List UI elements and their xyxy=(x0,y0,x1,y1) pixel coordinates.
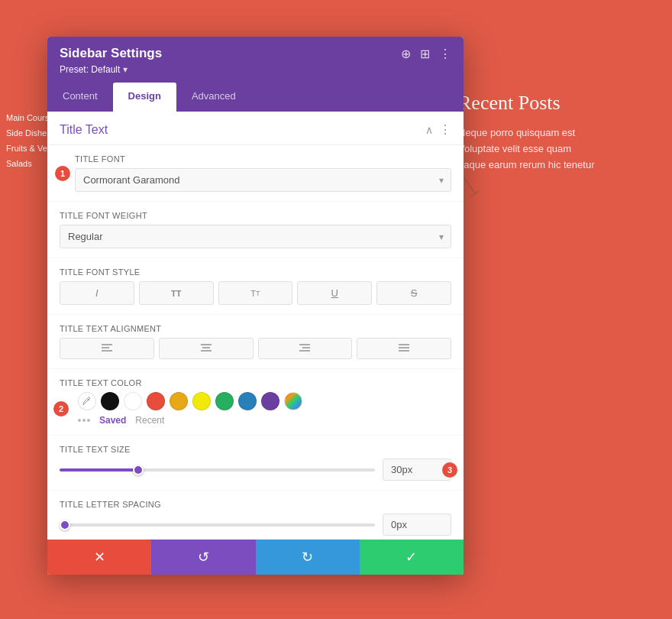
title-font-style-field: Title Font Style I TT TT U S xyxy=(47,258,464,315)
svg-rect-17 xyxy=(399,350,409,352)
title-text-color-label: Title Text Color xyxy=(60,378,451,387)
svg-rect-15 xyxy=(399,344,409,345)
modal-body: Title Text ∧ ⋮ 1 Title Font Cormorant Ga… xyxy=(47,112,464,540)
smallcaps-button[interactable]: TT xyxy=(218,281,293,305)
title-letter-spacing-thumb[interactable] xyxy=(60,520,70,530)
svg-rect-10 xyxy=(202,347,210,348)
title-letter-spacing-field: Title Letter Spacing xyxy=(47,491,464,540)
left-navigation: Main Cours… Side Dishes Fruits & Ve… Sal… xyxy=(0,107,46,174)
align-justify-button[interactable] xyxy=(357,338,451,359)
modal-header: Sidebar Settings ⊕ ⊞ ⋮ Preset: Default ▾ xyxy=(47,37,464,83)
color-orange[interactable] xyxy=(170,392,188,410)
font-style-buttons: I TT TT U S xyxy=(60,281,451,305)
sidebar-settings-modal: Sidebar Settings ⊕ ⊞ ⋮ Preset: Default ▾… xyxy=(47,37,464,575)
recent-posts-title: Recent Posts xyxy=(458,92,626,115)
color-yellow[interactable] xyxy=(192,392,211,410)
badge-3: 3 xyxy=(442,462,457,478)
color-swatches xyxy=(78,392,451,410)
cancel-button[interactable]: ✕ xyxy=(47,540,151,575)
strikethrough-button[interactable]: S xyxy=(376,281,451,305)
title-text-size-input[interactable] xyxy=(383,459,451,481)
title-letter-spacing-label: Title Letter Spacing xyxy=(60,500,451,509)
svg-rect-8 xyxy=(102,350,112,352)
title-letter-spacing-input[interactable] xyxy=(383,514,451,536)
title-font-weight-field: Title Font Weight Regular Bold Light xyxy=(47,202,464,258)
svg-rect-9 xyxy=(201,344,212,345)
modal-footer: ✕ ↺ ↻ ✓ xyxy=(47,540,464,575)
svg-rect-16 xyxy=(399,347,409,348)
color-gradient[interactable] xyxy=(284,392,302,410)
modal-tabs: Content Design Advanced xyxy=(47,83,464,112)
italic-button[interactable]: I xyxy=(60,281,134,305)
title-font-style-label: Title Font Style xyxy=(60,267,451,277)
title-letter-spacing-slider-row xyxy=(60,514,451,536)
save-button[interactable]: ✓ xyxy=(360,540,464,575)
more-icon[interactable]: ⋮ xyxy=(439,47,451,61)
title-text-size-slider-row: 3 xyxy=(60,459,451,481)
color-white[interactable] xyxy=(124,392,142,410)
color-more-dots[interactable] xyxy=(78,419,90,422)
undo-button[interactable]: ↺ xyxy=(151,540,255,575)
title-text-color-field: Title Text Color 2 xyxy=(47,369,464,436)
underline-button[interactable]: U xyxy=(297,281,372,305)
section-header-actions: ∧ ⋮ xyxy=(425,122,451,137)
svg-rect-14 xyxy=(299,350,310,352)
badge-2: 2 xyxy=(53,401,69,416)
title-font-label: Title Font xyxy=(75,154,451,164)
nav-item-salads[interactable]: Salads xyxy=(6,159,40,168)
eyedropper-button[interactable] xyxy=(78,392,96,410)
tab-advanced[interactable]: Advanced xyxy=(176,83,251,112)
title-text-alignment-field: Title Text Alignment xyxy=(47,315,464,369)
title-text-size-fill xyxy=(60,468,138,472)
svg-rect-6 xyxy=(102,344,112,345)
section-header: Title Text ∧ ⋮ xyxy=(47,112,464,145)
target-icon[interactable]: ⊕ xyxy=(401,47,411,61)
svg-rect-13 xyxy=(302,347,310,348)
color-green[interactable] xyxy=(215,392,234,410)
title-font-select[interactable]: Cormorant Garamond Open Sans Roboto xyxy=(75,168,451,192)
section-options-button[interactable]: ⋮ xyxy=(439,122,451,137)
color-blue[interactable] xyxy=(238,392,257,410)
section-title: Title Text xyxy=(60,123,108,137)
align-center-button[interactable] xyxy=(159,338,254,359)
badge-1: 1 xyxy=(55,166,70,181)
collapse-button[interactable]: ∧ xyxy=(425,124,433,136)
title-text-size-field: Title Text Size 3 xyxy=(47,436,464,491)
title-text-alignment-label: Title Text Alignment xyxy=(60,324,451,333)
color-tab-saved[interactable]: Saved xyxy=(99,415,126,426)
color-red[interactable] xyxy=(147,392,165,410)
svg-rect-11 xyxy=(201,350,212,352)
uppercase-button[interactable]: TT xyxy=(139,281,214,305)
color-purple[interactable] xyxy=(261,392,279,410)
color-black[interactable] xyxy=(101,392,119,410)
redo-button[interactable]: ↻ xyxy=(256,540,360,575)
title-font-weight-select[interactable]: Regular Bold Light xyxy=(60,225,451,248)
title-text-size-label: Title Text Size xyxy=(60,445,451,454)
alignment-buttons xyxy=(60,338,451,359)
svg-line-2 xyxy=(471,191,479,196)
nav-item-side-dishes[interactable]: Side Dishes xyxy=(6,128,40,138)
header-icons: ⊕ ⊞ ⋮ xyxy=(401,47,451,61)
title-font-field: 1 Title Font Cormorant Garamond Open San… xyxy=(47,145,464,202)
svg-rect-7 xyxy=(102,347,109,348)
title-text-size-thumb[interactable] xyxy=(133,465,144,475)
nav-item-fruits[interactable]: Fruits & Ve… xyxy=(6,144,40,153)
svg-rect-12 xyxy=(299,344,310,345)
align-left-button[interactable] xyxy=(60,338,154,359)
tab-content[interactable]: Content xyxy=(47,83,113,112)
title-font-weight-label: Title Font Weight xyxy=(60,211,451,220)
title-letter-spacing-track[interactable] xyxy=(60,523,375,527)
preset-selector[interactable]: Preset: Default ▾ xyxy=(60,64,451,75)
color-tab-recent[interactable]: Recent xyxy=(135,415,164,426)
align-right-button[interactable] xyxy=(258,338,353,359)
columns-icon[interactable]: ⊞ xyxy=(420,47,430,61)
title-text-size-track[interactable] xyxy=(60,468,375,472)
tab-design[interactable]: Design xyxy=(113,83,176,112)
nav-item-main-course[interactable]: Main Cours… xyxy=(6,113,40,122)
modal-title: Sidebar Settings xyxy=(60,46,162,61)
